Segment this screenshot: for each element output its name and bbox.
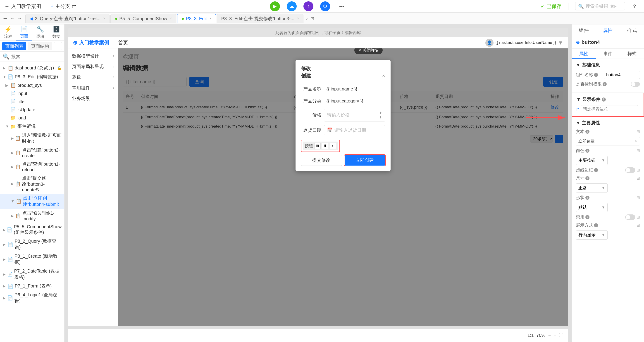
date-input[interactable]: 📅 请输入退货日期 (324, 125, 385, 135)
tree-item-modify[interactable]: ▶ 📋 点击"修改"link1-modify (0, 209, 64, 223)
sidebar-components[interactable]: 常用组件 › (68, 82, 118, 93)
component-name-input[interactable] (604, 71, 640, 79)
field-disabled: 禁用 i ⊞ (576, 214, 640, 220)
app-user: 👤 {{ nasl.auth.userInfo.UserName }} ▼ (486, 39, 563, 47)
tab-close-icon[interactable]: × (297, 16, 299, 20)
tab-close-icon[interactable]: × (210, 16, 212, 20)
price-input[interactable]: 请输入价格 ⬆⬇ (324, 109, 385, 121)
text-value[interactable]: 立即创建 ✎ (576, 137, 640, 145)
tab-close-icon[interactable]: × (103, 16, 105, 20)
tab-p83editsubmit[interactable]: P8_3_Edit-点击"提交修改"button3-... × (217, 14, 304, 23)
tab-close-icon[interactable]: × (170, 16, 172, 20)
sidebar-nav-data[interactable]: 🗄️ 数据 (48, 24, 64, 40)
more-icon[interactable]: ⋮ (640, 107, 644, 112)
sidebar-data-model[interactable]: 数据模型设计 › (68, 51, 118, 61)
dropdown-icon: ▼ (602, 158, 605, 162)
flow-icon: ⚡ (4, 26, 12, 33)
tree-item-submit[interactable]: ▼ 📋 点击"立即创建"button4-submit (0, 194, 64, 209)
size-select[interactable]: 正常 ▼ (576, 183, 608, 193)
dashed-toggle[interactable] (625, 167, 635, 173)
tree-item-product-sys[interactable]: ▶ 📋 product_sys (0, 81, 64, 89)
branch-icon: ⑂ (50, 3, 54, 9)
page-icon: 📄 (8, 242, 13, 247)
tab-p55[interactable]: ● P5_5_ComponentShow × (110, 14, 176, 23)
tab-component[interactable]: 组件 (572, 24, 596, 36)
info-icon: i (602, 82, 607, 86)
tree-item-filter[interactable]: 📄 filter (0, 97, 64, 106)
toolbar-copy-button[interactable]: ⊞ (314, 143, 321, 149)
add-page-button[interactable]: + (54, 42, 62, 50)
fullscreen-button[interactable]: ⛶ (559, 333, 564, 338)
display-select[interactable]: 行内显示 ▼ (576, 231, 608, 240)
sidebar-nav-page[interactable]: 📄 页面 (16, 24, 32, 40)
tab-forward-button[interactable]: → (16, 15, 23, 22)
expand-icon: ⊞ (636, 223, 640, 228)
attr-tab-property[interactable]: 属性 (572, 49, 596, 59)
close-overlay-button[interactable]: ✕ 关闭弹窗 (354, 48, 383, 54)
search-bar[interactable]: 🔍 搜索关键词 ⌘F (575, 2, 625, 10)
label: 展示方式 i (576, 222, 598, 228)
page-structure-tab[interactable]: 页面结构 (28, 42, 52, 50)
help-button[interactable]: ? (630, 1, 640, 11)
app-name: 入门教学案例 (11, 3, 41, 10)
modal-close-button[interactable]: × (382, 73, 385, 79)
tab-menu-button[interactable]: ☰ (2, 15, 8, 22)
app-main: 欢迎页 编辑数据 查询 创建 序 (118, 48, 568, 326)
tab-p83edit[interactable]: ● P8_3_Edit × (177, 14, 216, 23)
tab-2query[interactable]: ◀ 2_Query-点击"查询"button1-rel... × (25, 14, 110, 23)
collapse-icon: ▼ (576, 97, 581, 102)
attr-tab-style[interactable]: 样式 (620, 49, 644, 59)
shape-select[interactable]: 默认 ▼ (576, 203, 608, 212)
tab-attribute[interactable]: 属性 (596, 24, 620, 36)
attr-tab-event[interactable]: 事件 (596, 49, 620, 59)
nav-home[interactable]: 首页 (118, 39, 128, 46)
close-label: 关闭弹窗 (363, 48, 379, 53)
sidebar-layout[interactable]: 页面布局和呈现 › (68, 61, 118, 72)
submit-modify-button[interactable]: 提交修改 (301, 155, 342, 166)
search-input[interactable] (11, 54, 68, 59)
tree-item-p71[interactable]: ▶ 📄 P7_1_Form (表单) (0, 282, 64, 291)
zoom-in-button[interactable]: + (554, 333, 556, 338)
tree-item-dashboard[interactable]: ▶ 📋 dashboard (总览页) 🔒 (0, 63, 64, 72)
tab-style[interactable]: 样式 (620, 24, 644, 36)
tree-item-isupdate[interactable]: 📄 isUpdate (0, 106, 64, 114)
tab-back-button[interactable]: ← (9, 15, 16, 22)
zoom-out-button[interactable]: − (548, 333, 551, 338)
sidebar-nav-flow[interactable]: ⚡ 流程 (0, 24, 16, 40)
settings-button[interactable]: ⚙ (320, 1, 330, 11)
sidebar-business[interactable]: 业务场景 › (68, 93, 118, 104)
tree-item-p55[interactable]: ▶ 📄 P5_5_ComponentShow (组件显示条件) (0, 223, 64, 237)
play-button[interactable]: ▶ (270, 1, 280, 11)
toolbar-delete-button[interactable]: 🗑 (322, 143, 328, 149)
tree-item-p82[interactable]: ▶ 📄 P8_2_Query (数据查询) (0, 237, 64, 252)
tab-expand-button[interactable]: ⊡ (310, 15, 315, 22)
tree-item-events[interactable]: ▼ 📁 事件逻辑 (0, 122, 64, 131)
purple-button[interactable]: ↑ (304, 1, 314, 11)
tree-item-load[interactable]: 📁 load (0, 114, 64, 122)
color-select[interactable]: 主要按钮 ▼ (576, 156, 608, 165)
cloud-button[interactable]: ☁ (287, 1, 297, 11)
tree-item-input[interactable]: 📄 input (0, 89, 64, 97)
toolbar-more-button[interactable]: › (330, 143, 336, 149)
tree-item-p64[interactable]: ▶ 📄 P6_4_Logic1 (全局逻辑) (0, 291, 64, 305)
tree-item-init[interactable]: ▶ 📋 进入"编辑数据"页面时-init (0, 131, 64, 146)
sidebar-logic[interactable]: 逻辑 › (68, 72, 118, 82)
tree-item-update[interactable]: ▶ 📋 点击"提交修改"button3-updateS... (0, 174, 64, 194)
tab-more-button[interactable]: › (305, 15, 309, 22)
create-now-button[interactable]: 立即创建 (345, 155, 385, 166)
close-icon: ✕ (358, 48, 361, 53)
permission-toggle[interactable] (631, 82, 640, 87)
back-button[interactable]: ← 入门教学案例 (4, 3, 41, 10)
more-button[interactable]: ••• (337, 1, 347, 11)
condition-input[interactable] (581, 105, 638, 113)
tree-item-reload[interactable]: ▶ 📋 点击"查询"button1-reload (0, 160, 64, 174)
tree-item-p81[interactable]: ▶ 📄 P8_1_Create (新增数据) (0, 252, 64, 267)
tree-item-p83edit[interactable]: ▼ 📄 P8_3_Edit (编辑数据) (0, 72, 64, 81)
page-list-tab[interactable]: 页面列表 (2, 42, 26, 50)
tree-item-create[interactable]: ▶ 📋 点击"创建"button2-create (0, 146, 64, 160)
branch-selector[interactable]: ⑂ 主分支 ⇄ (50, 3, 76, 10)
disabled-toggle[interactable] (625, 214, 635, 220)
tree-item-p72[interactable]: ▶ 📄 P7_2_DateTable (数据表格) (0, 267, 64, 282)
logic-icon: 📋 (16, 199, 22, 204)
sidebar-nav-logic[interactable]: 🔧 逻辑 (32, 24, 48, 40)
